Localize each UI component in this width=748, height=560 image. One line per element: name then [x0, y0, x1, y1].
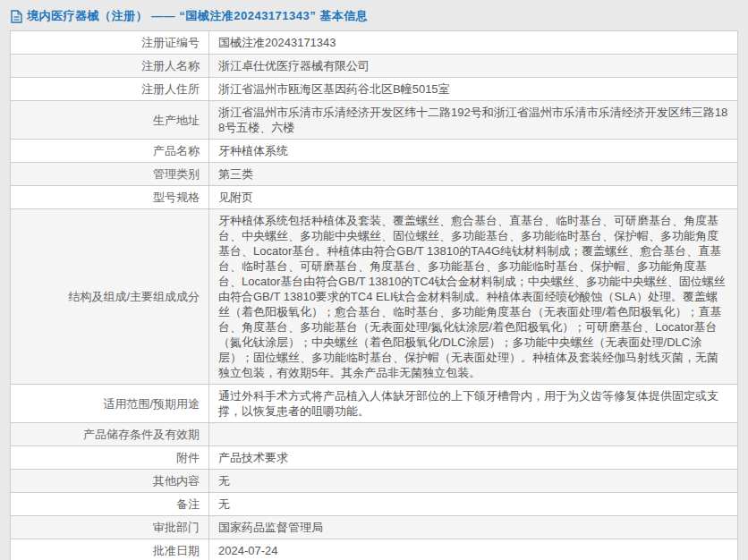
table-row: 其他内容 无: [11, 470, 738, 493]
page-header: 境内医疗器械（注册） —— “国械注准20243171343” 基本信息: [0, 0, 748, 30]
row-value: 产品技术要求: [209, 446, 738, 470]
table-row: 适用范围/预期用途 通过外科手术方式将产品植入人体缺牙部位的上下颌牙槽骨内，用于…: [11, 385, 738, 423]
row-label: 结构及组成/主要组成成分: [11, 209, 209, 385]
row-value: 国械注准20243171343: [209, 31, 738, 55]
row-value: 2024-07-24: [209, 539, 738, 560]
table-row: 备注 无: [11, 493, 738, 516]
row-label: 注册证编号: [11, 31, 209, 55]
row-value: 浙江卓仕优医疗器械有限公司: [209, 55, 738, 78]
registration-info-table: 注册证编号 国械注准20243171343 注册人名称 浙江卓仕优医疗器械有限公…: [10, 30, 738, 560]
page-title: 境内医疗器械（注册） —— “国械注准20243171343” 基本信息: [27, 8, 368, 24]
row-label: 其他内容: [11, 470, 209, 493]
row-label: 注册人住所: [11, 78, 209, 101]
row-value: 通过外科手术方式将产品植入人体缺牙部位的上下颌牙槽骨内，用于为义齿等修复体提供固…: [209, 385, 738, 423]
row-value: 无: [209, 493, 738, 516]
table-row: 注册证编号 国械注准20243171343: [11, 31, 738, 55]
row-label: 备注: [11, 493, 209, 516]
table-row: 附件 产品技术要求: [11, 446, 738, 470]
table-row: 注册人住所 浙江省温州市瓯海区基因药谷北区B幢5015室: [11, 78, 738, 101]
row-label: 管理类别: [11, 163, 209, 186]
table-row: 管理类别 第三类: [11, 163, 738, 186]
row-label: 批准日期: [11, 539, 209, 560]
row-label: 注册人名称: [11, 55, 209, 78]
row-label: 型号规格: [11, 186, 209, 209]
row-value: [209, 423, 738, 446]
table-row: 产品储存条件及有效期: [11, 423, 738, 446]
table-row: 产品名称 牙种植体系统: [11, 140, 738, 163]
row-value: 浙江省温州市瓯海区基因药谷北区B幢5015室: [209, 78, 738, 101]
table-row: 审批部门 国家药品监督管理局: [11, 516, 738, 539]
table-row: 生产地址 浙江省温州市乐清市乐清经济开发区纬十二路192号和浙江省温州市乐清市乐…: [11, 101, 738, 140]
row-value: 牙种植体系统包括种植体及套装、覆盖螺丝、愈合基台、直基台、临时基台、可研磨基台、…: [209, 209, 738, 385]
row-value: 第三类: [209, 163, 738, 186]
table-row: 结构及组成/主要组成成分 牙种植体系统包括种植体及套装、覆盖螺丝、愈合基台、直基…: [11, 209, 738, 385]
row-label: 审批部门: [11, 516, 209, 539]
document-icon: [11, 10, 22, 23]
row-value: 无: [209, 470, 738, 493]
row-label: 产品名称: [11, 140, 209, 163]
table-row: 型号规格 见附页: [11, 186, 738, 209]
row-value: 牙种植体系统: [209, 140, 738, 163]
row-label: 附件: [11, 446, 209, 470]
row-value: 国家药品监督管理局: [209, 516, 738, 539]
table-row: 注册人名称 浙江卓仕优医疗器械有限公司: [11, 55, 738, 78]
row-value: 见附页: [209, 186, 738, 209]
row-label: 产品储存条件及有效期: [11, 423, 209, 446]
row-value: 浙江省温州市乐清市乐清经济开发区纬十二路192号和浙江省温州市乐清市乐清经济开发…: [209, 101, 738, 140]
row-label: 生产地址: [11, 101, 209, 140]
table-row: 批准日期 2024-07-24: [11, 539, 738, 560]
row-label: 适用范围/预期用途: [11, 385, 209, 423]
